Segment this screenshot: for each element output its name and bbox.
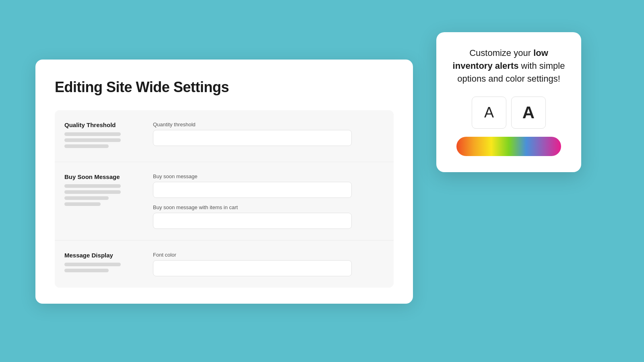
font-color-field-label: Font color	[153, 252, 384, 258]
buy-soon-message-input[interactable]	[153, 182, 352, 198]
message-display-row: Message Display Font color	[55, 241, 394, 288]
skeleton-line	[64, 138, 121, 142]
message-display-label: Message Display	[64, 252, 143, 259]
buy-soon-message-fields: Buy soon message Buy soon message with i…	[153, 173, 384, 229]
skeleton-line	[64, 190, 121, 194]
quality-threshold-label: Quality Threshold	[64, 121, 143, 128]
buy-soon-message-label-col: Buy Soon Message	[64, 173, 153, 208]
font-color-input[interactable]	[153, 260, 352, 276]
skeleton-line	[64, 202, 101, 206]
skeleton-line	[64, 269, 109, 272]
buy-soon-cart-field-label: Buy soon message with items in cart	[153, 204, 384, 210]
bold-font-button[interactable]: A	[511, 97, 546, 129]
popup-heading-text1: Customize your	[469, 48, 533, 58]
message-display-fields: Font color	[153, 252, 384, 276]
buy-soon-message-label: Buy Soon Message	[64, 173, 143, 180]
quality-threshold-label-col: Quality Threshold	[64, 121, 153, 150]
skeleton-line	[64, 184, 121, 188]
normal-font-button[interactable]: A	[472, 97, 506, 129]
message-display-label-col: Message Display	[64, 252, 153, 275]
font-style-row: A A	[449, 97, 568, 129]
skeleton-line	[64, 263, 121, 266]
quantity-threshold-field-label: Quantity threshold	[153, 121, 384, 128]
color-gradient-bar[interactable]	[456, 137, 561, 156]
quality-threshold-fields: Quantity threshold	[153, 121, 384, 146]
buy-soon-message-row: Buy Soon Message Buy soon message Buy so…	[55, 162, 394, 241]
popup-card: Customize your low inventory alerts with…	[436, 32, 581, 172]
buy-soon-cart-field-group: Buy soon message with items in cart	[153, 204, 384, 229]
quantity-threshold-input[interactable]	[153, 130, 352, 146]
color-bar-container	[449, 137, 568, 156]
buy-soon-message-field-label: Buy soon message	[153, 173, 384, 179]
skeleton-line	[64, 144, 109, 148]
quantity-threshold-field-group: Quantity threshold	[153, 121, 384, 146]
settings-table: Quality Threshold Quantity threshold Buy…	[55, 110, 394, 288]
skeleton-line	[64, 132, 121, 136]
font-color-field-group: Font color	[153, 252, 384, 276]
popup-heading: Customize your low inventory alerts with…	[449, 47, 568, 85]
buy-soon-cart-input[interactable]	[153, 213, 352, 229]
quality-threshold-row: Quality Threshold Quantity threshold	[55, 110, 394, 162]
skeleton-line	[64, 196, 109, 200]
settings-panel: Editing Site Wide Settings Quality Thres…	[35, 60, 413, 304]
page-title: Editing Site Wide Settings	[55, 79, 394, 96]
buy-soon-message-field-group: Buy soon message	[153, 173, 384, 198]
